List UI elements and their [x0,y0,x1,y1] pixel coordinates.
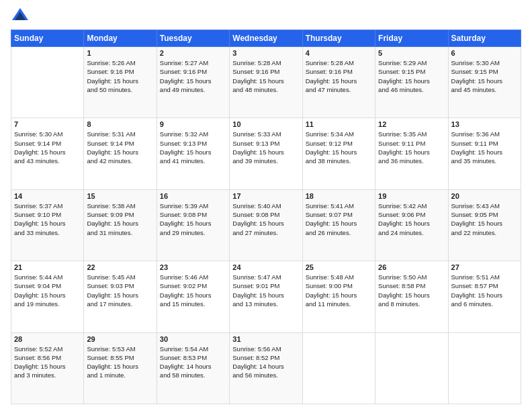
cell-text-line: Sunrise: 5:54 AM [160,345,226,353]
day-number: 5 [378,49,445,57]
calendar-week-row: 28Sunrise: 5:52 AMSunset: 8:56 PMDayligh… [11,332,521,404]
day-number: 25 [306,263,372,271]
cell-text-line: Daylight: 15 hours [160,219,226,228]
calendar-cell: 27Sunrise: 5:51 AMSunset: 8:57 PMDayligh… [448,261,521,332]
cell-text-line: Daylight: 15 hours [160,291,226,300]
calendar-cell: 26Sunrise: 5:50 AMSunset: 8:58 PMDayligh… [375,261,448,332]
cell-text-line: Sunset: 9:11 PM [378,139,445,148]
day-number: 8 [87,120,153,128]
day-number: 28 [14,335,81,343]
calendar-cell [302,332,375,404]
cell-text-line: Sunset: 9:15 PM [378,67,445,76]
calendar-cell: 16Sunrise: 5:39 AMSunset: 9:08 PMDayligh… [157,189,229,261]
calendar-cell [11,47,84,118]
cell-text-line: Daylight: 15 hours [451,219,518,228]
calendar-week-row: 21Sunrise: 5:44 AMSunset: 9:04 PMDayligh… [11,261,521,332]
cell-text-line: Sunrise: 5:26 AM [87,58,153,67]
cell-text-line: Sunrise: 5:29 AM [378,58,445,67]
logo-icon [11,7,30,26]
cell-text-line: and 35 minutes. [451,156,518,165]
day-number: 17 [232,192,299,200]
calendar-cell [375,332,448,404]
cell-text-line: Sunset: 9:09 PM [87,210,153,219]
calendar-cell: 15Sunrise: 5:38 AMSunset: 9:09 PMDayligh… [84,189,157,261]
calendar-cell [448,332,521,404]
cell-text-line: and 43 minutes. [14,156,81,165]
page: SundayMondayTuesdayWednesdayThursdayFrid… [0,0,532,411]
calendar-cell: 24Sunrise: 5:47 AMSunset: 9:01 PMDayligh… [230,261,302,332]
day-number: 12 [378,120,445,128]
calendar-cell: 31Sunrise: 5:56 AMSunset: 8:52 PMDayligh… [230,332,302,404]
cell-text-line: Sunrise: 5:45 AM [87,273,153,281]
cell-text-line: Sunrise: 5:43 AM [451,201,518,210]
cell-text-line: Daylight: 15 hours [232,219,299,228]
cell-text-line: and 39 minutes. [232,156,299,165]
cell-text-line: Sunset: 9:00 PM [306,281,372,290]
calendar-cell: 18Sunrise: 5:41 AMSunset: 9:07 PMDayligh… [302,189,375,261]
calendar-cell: 9Sunrise: 5:32 AMSunset: 9:13 PMDaylight… [157,118,229,189]
cell-text-line: Daylight: 15 hours [451,77,518,85]
cell-text-line: Sunset: 9:13 PM [232,139,299,148]
calendar-header-sunday: Sunday [11,30,84,47]
day-number: 9 [160,120,226,128]
cell-text-line: Sunrise: 5:56 AM [232,345,299,353]
calendar-header-wednesday: Wednesday [230,30,302,47]
calendar-cell: 6Sunrise: 5:30 AMSunset: 9:15 PMDaylight… [448,47,521,118]
day-number: 23 [160,263,226,271]
cell-text-line: Sunset: 8:56 PM [14,353,81,362]
cell-text-line: and 45 minutes. [451,85,518,94]
header [11,7,521,26]
cell-text-line: and 22 minutes. [451,228,518,237]
calendar-cell: 8Sunrise: 5:31 AMSunset: 9:14 PMDaylight… [84,118,157,189]
cell-text-line: Daylight: 15 hours [87,77,153,85]
cell-text-line: Daylight: 15 hours [87,291,153,300]
cell-text-line: Daylight: 15 hours [378,77,445,85]
cell-text-line: Sunset: 9:16 PM [160,67,226,76]
cell-text-line: Daylight: 15 hours [451,148,518,156]
day-number: 24 [232,263,299,271]
cell-text-line: Sunset: 9:13 PM [160,139,226,148]
cell-text-line: Daylight: 15 hours [306,148,372,156]
day-number: 18 [306,192,372,200]
cell-text-line: and 41 minutes. [160,156,226,165]
cell-text-line: Sunrise: 5:46 AM [160,273,226,281]
calendar-cell: 23Sunrise: 5:46 AMSunset: 9:02 PMDayligh… [157,261,229,332]
calendar-cell: 30Sunrise: 5:54 AMSunset: 8:53 PMDayligh… [157,332,229,404]
cell-text-line: Daylight: 15 hours [87,219,153,228]
cell-text-line: Sunset: 8:55 PM [87,353,153,362]
cell-text-line: Daylight: 15 hours [160,148,226,156]
cell-text-line: Daylight: 15 hours [451,291,518,300]
cell-text-line: Sunset: 8:53 PM [160,353,226,362]
cell-text-line: and 3 minutes. [14,371,81,379]
cell-text-line: Sunset: 9:08 PM [160,210,226,219]
logo [11,7,32,26]
calendar-table: SundayMondayTuesdayWednesdayThursdayFrid… [11,30,521,404]
cell-text-line: Sunrise: 5:44 AM [14,273,81,281]
calendar-cell: 10Sunrise: 5:33 AMSunset: 9:13 PMDayligh… [230,118,302,189]
calendar-cell: 29Sunrise: 5:53 AMSunset: 8:55 PMDayligh… [84,332,157,404]
day-number: 4 [306,49,372,57]
day-number: 2 [160,49,226,57]
cell-text-line: Sunset: 9:06 PM [378,210,445,219]
cell-text-line: and 36 minutes. [378,156,445,165]
day-number: 22 [87,263,153,271]
cell-text-line: Daylight: 15 hours [378,219,445,228]
cell-text-line: Sunrise: 5:39 AM [160,201,226,210]
cell-text-line: Sunrise: 5:48 AM [306,273,372,281]
cell-text-line: Sunrise: 5:30 AM [14,130,81,138]
cell-text-line: and 33 minutes. [14,228,81,237]
day-number: 6 [451,49,518,57]
cell-text-line: Sunrise: 5:35 AM [378,130,445,138]
cell-text-line: and 1 minute. [87,371,153,379]
calendar-cell: 28Sunrise: 5:52 AMSunset: 8:56 PMDayligh… [11,332,84,404]
cell-text-line: Sunset: 9:08 PM [232,210,299,219]
calendar-cell: 11Sunrise: 5:34 AMSunset: 9:12 PMDayligh… [302,118,375,189]
cell-text-line: Daylight: 15 hours [378,291,445,300]
calendar-header-row: SundayMondayTuesdayWednesdayThursdayFrid… [11,30,521,47]
day-number: 20 [451,192,518,200]
cell-text-line: Sunset: 9:16 PM [87,67,153,76]
cell-text-line: Sunrise: 5:31 AM [87,130,153,138]
cell-text-line: Sunrise: 5:51 AM [451,273,518,281]
calendar-cell: 2Sunrise: 5:27 AMSunset: 9:16 PMDaylight… [157,47,229,118]
calendar-cell: 5Sunrise: 5:29 AMSunset: 9:15 PMDaylight… [375,47,448,118]
